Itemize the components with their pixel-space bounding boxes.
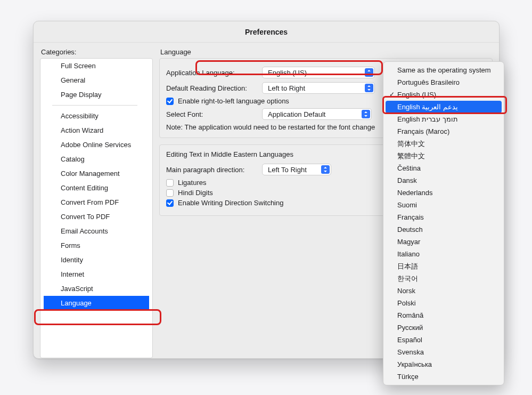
category-item[interactable]: Full Screen — [40, 59, 152, 73]
menu-item[interactable]: Polski — [386, 297, 502, 309]
category-item[interactable]: Content Editing — [40, 181, 152, 195]
menu-item-label: Español — [397, 336, 422, 344]
menu-item[interactable]: ✓English (US) — [386, 88, 502, 101]
menu-item[interactable]: Русский — [386, 321, 502, 334]
menu-item[interactable]: Deutsch — [386, 223, 502, 236]
categories-label: Categories: — [40, 47, 153, 58]
app-language-select[interactable]: English (US) — [262, 67, 375, 78]
category-separator — [52, 105, 137, 106]
menu-item[interactable]: 繁體中文 — [386, 150, 502, 162]
menu-item-label: Nederlands — [397, 189, 433, 197]
category-item[interactable]: Adobe Online Services — [40, 138, 152, 152]
category-item[interactable]: Convert To PDF — [40, 209, 152, 224]
hindi-digits-label: Hindi Digits — [178, 189, 213, 197]
app-language-value: English (US) — [268, 69, 307, 77]
menu-item-label: Italiano — [397, 250, 420, 258]
menu-item-label: Norsk — [397, 287, 415, 295]
menu-item-label: Türkçe — [397, 373, 419, 381]
window-titlebar: Preferences — [34, 21, 499, 43]
menu-item[interactable]: English يدعم العربية — [386, 101, 502, 113]
menu-item-label: Same as the operating system — [397, 66, 491, 74]
category-item[interactable]: Forms — [40, 238, 152, 253]
menu-item-label: 简体中文 — [397, 140, 425, 148]
chevron-updown-icon — [365, 68, 373, 77]
menu-item-label: Čeština — [397, 164, 421, 172]
menu-item-label: English يدعم العربية — [397, 103, 458, 111]
menu-item[interactable]: Čeština — [386, 162, 502, 174]
menu-item[interactable]: Italiano — [386, 248, 502, 260]
category-item[interactable]: Color Management — [40, 166, 152, 181]
menu-item[interactable]: Español — [386, 334, 502, 346]
menu-item-label: English (US) — [397, 91, 436, 99]
menu-item[interactable]: 한국어 — [386, 272, 502, 285]
menu-item[interactable]: Same as the operating system — [386, 64, 502, 76]
menu-item[interactable]: Français — [386, 211, 502, 223]
checkbox-icon — [166, 199, 174, 207]
menu-item[interactable]: Nederlands — [386, 187, 502, 199]
reading-direction-value: Left to Right — [268, 84, 305, 92]
paragraph-direction-value: Left To Right — [268, 166, 307, 174]
menu-item-label: Polski — [397, 299, 416, 307]
menu-item[interactable]: Українська — [386, 358, 502, 370]
app-language-label: Application Language: — [166, 69, 257, 77]
checkbox-icon — [166, 189, 174, 197]
menu-item-label: Português Brasileiro — [397, 78, 460, 86]
menu-item[interactable]: Türkçe — [386, 370, 502, 383]
app-language-menu[interactable]: Same as the operating systemPortuguês Br… — [383, 61, 504, 385]
menu-item-label: Suomi — [397, 201, 417, 209]
menu-item-label: Українська — [397, 360, 432, 368]
window-title: Preferences — [245, 28, 288, 36]
reading-direction-label: Default Reading Direction: — [166, 84, 257, 92]
menu-item[interactable]: 简体中文 — [386, 138, 502, 150]
category-item[interactable]: Convert From PDF — [40, 195, 152, 209]
category-item[interactable]: JavaScript — [40, 281, 152, 296]
menu-item[interactable]: Norsk — [386, 285, 502, 297]
writing-direction-switch-label: Enable Writing Direction Switching — [178, 199, 283, 207]
category-item[interactable]: Email Accounts — [40, 224, 152, 238]
category-item[interactable]: Action Wizard — [40, 123, 152, 138]
reading-direction-select[interactable]: Left to Right — [262, 82, 375, 94]
checkmark-icon: ✓ — [389, 90, 395, 99]
menu-item[interactable]: Dansk — [386, 174, 502, 187]
paragraph-direction-select[interactable]: Left To Right — [262, 164, 331, 175]
paragraph-direction-label: Main paragraph direction: — [166, 166, 257, 174]
category-item[interactable]: Identity — [40, 253, 152, 267]
menu-item[interactable]: English תומך עברית — [386, 113, 502, 125]
rtl-options-label: Enable right-to-left language options — [178, 97, 289, 105]
menu-item-label: Deutsch — [397, 225, 423, 233]
menu-item-label: Svenska — [397, 348, 424, 356]
menu-item-label: Русский — [397, 324, 423, 332]
select-font-select[interactable]: Application Default — [262, 108, 372, 120]
menu-item-label: Français (Maroc) — [397, 127, 449, 135]
menu-item[interactable]: Português Brasileiro — [386, 76, 502, 88]
menu-item-label: 繁體中文 — [397, 152, 425, 160]
categories-list[interactable]: Full ScreenGeneralPage DisplayAccessibil… — [40, 58, 153, 358]
menu-item[interactable]: Suomi — [386, 199, 502, 211]
select-font-label: Select Font: — [166, 110, 257, 118]
menu-item[interactable]: Français (Maroc) — [386, 125, 502, 138]
menu-item-label: Dansk — [397, 176, 417, 184]
category-item[interactable]: General — [40, 73, 152, 87]
category-item[interactable]: Page Display — [40, 87, 152, 102]
category-item[interactable]: Accessibility — [40, 109, 152, 123]
menu-item[interactable]: Svenska — [386, 346, 502, 358]
category-item[interactable]: Language — [44, 296, 149, 310]
category-item[interactable]: Catalog — [40, 152, 152, 166]
menu-item[interactable]: Magyar — [386, 236, 502, 248]
menu-item-label: English תומך עברית — [397, 115, 458, 123]
chevron-updown-icon — [365, 84, 373, 92]
chevron-updown-icon — [321, 165, 330, 174]
ligatures-label: Ligatures — [178, 179, 206, 187]
menu-item[interactable]: Română — [386, 309, 502, 321]
chevron-updown-icon — [362, 110, 370, 118]
checkbox-icon — [166, 179, 174, 187]
select-font-value: Application Default — [268, 110, 325, 118]
menu-item-label: 日本語 — [397, 262, 418, 270]
panel-heading: Language — [159, 47, 493, 58]
menu-item[interactable]: 日本語 — [386, 260, 502, 272]
category-item[interactable]: Internet — [40, 267, 152, 281]
menu-item-label: Magyar — [397, 238, 420, 246]
menu-item-label: 한국어 — [397, 275, 418, 283]
menu-item-label: Français — [397, 213, 424, 221]
menu-item-label: Română — [397, 311, 423, 319]
